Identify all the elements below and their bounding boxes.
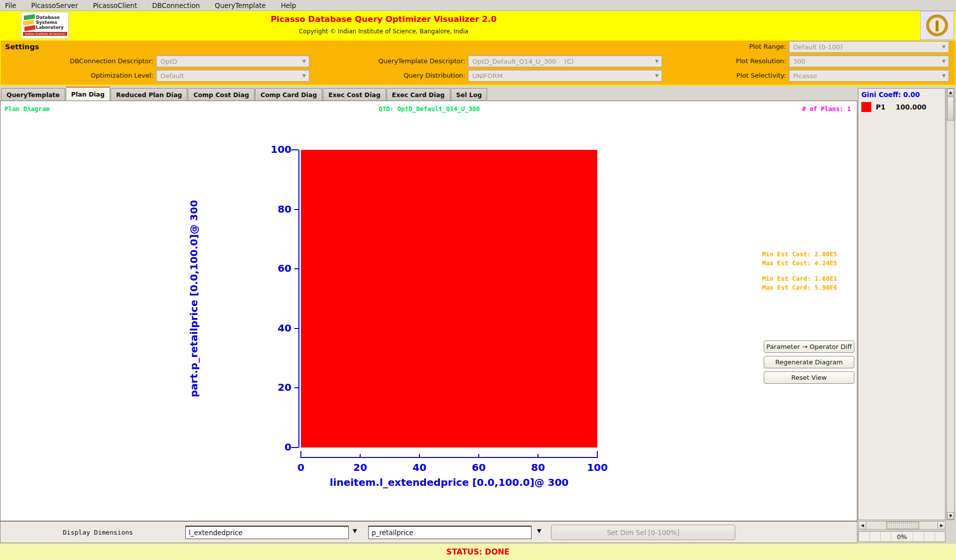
y-axis — [298, 150, 299, 448]
max-est-card: Max Est Card: 5.98E6 — [762, 283, 837, 292]
x-tick — [360, 454, 361, 458]
tab-exec-cost-diag[interactable]: Exec Cost Diag — [323, 88, 386, 101]
dimension1-value: l_extendedprice — [189, 529, 243, 537]
x-axis — [301, 457, 598, 458]
optimization-label: Optimization Level: — [31, 70, 153, 82]
horizontal-scrollbar[interactable]: ◀ ▶ — [858, 521, 946, 530]
chevron-down-icon: ▼ — [942, 73, 946, 78]
scroll-left-icon[interactable]: ◀ — [859, 522, 866, 529]
x-tick-label: 80 — [518, 461, 558, 473]
plan-diagram-plot[interactable] — [301, 150, 597, 448]
legend-entry: P1100.000 — [861, 102, 943, 112]
display-dimensions-bar: Display Dimensions l_extendedprice ▼ p_r… — [0, 521, 857, 543]
y-tick-label: 20 — [262, 381, 291, 393]
estimate-stats: Min Est Cost: 2.00E5 Max Est Cost: 4.24E… — [762, 250, 837, 292]
regenerate-diagram-button[interactable]: Regenerate Diagram — [764, 356, 854, 368]
max-est-cost: Max Est Cost: 4.24E5 — [762, 259, 837, 268]
dimension2-value: p_retailprice — [372, 529, 413, 537]
plot-selectivity-dropdown[interactable]: Picasso ▼ — [789, 70, 949, 82]
diagram-qtd-label: QTD: OptD_Default_Q14_U_300 — [0, 105, 858, 112]
tab-reduced-plan-diag[interactable]: Reduced Plan Diag — [111, 88, 187, 101]
x-tick-label: 40 — [400, 461, 439, 473]
plot-resolution-label: Plot Resolution: — [688, 55, 786, 67]
query-distribution-value: UNIFORM — [472, 72, 655, 80]
dbconnection-value: OptD — [160, 58, 302, 65]
tab-plan-diag[interactable]: Plan Diag — [66, 87, 110, 101]
menu-dbconnection[interactable]: DBConnection — [152, 1, 200, 9]
dimension2-combobox[interactable]: p_retailprice — [368, 526, 532, 539]
x-tick — [300, 451, 301, 458]
querytemplate-dropdown[interactable]: OptD_Default_Q14_U_300 (C) ▼ — [468, 55, 662, 67]
tab-querytemplate[interactable]: QueryTemplate — [1, 88, 65, 101]
dbconnection-dropdown[interactable]: OptD ▼ — [156, 55, 309, 67]
y-tick-label: 40 — [262, 322, 291, 334]
vertical-scrollbar-thumb[interactable] — [947, 97, 954, 120]
vertical-scrollbar[interactable]: ▲ ▼ — [947, 88, 955, 520]
status-bar: STATUS: DONE — [0, 543, 956, 560]
chevron-down-icon: ▼ — [942, 59, 946, 64]
menu-picassoclient[interactable]: PicassoClient — [93, 1, 137, 9]
app-title: Picasso Database Query Optimizer Visuali… — [0, 14, 767, 24]
min-est-cost: Min Est Cost: 2.00E5 — [762, 250, 837, 259]
status-text: STATUS: DONE — [446, 548, 510, 557]
tab-exec-card-diag[interactable]: Exec Card Diag — [387, 88, 450, 101]
menu-querytemplate[interactable]: QueryTemplate — [215, 1, 266, 9]
x-tick-label: 60 — [459, 461, 499, 473]
y-tick — [291, 447, 298, 448]
tab-comp-cost-diag[interactable]: Comp Cost Diag — [188, 88, 255, 101]
chevron-down-icon: ▼ — [302, 73, 306, 78]
scroll-down-icon[interactable]: ▼ — [947, 512, 954, 520]
plot-selectivity-label: Plot Selectivity: — [688, 70, 786, 82]
chevron-down-icon[interactable]: ▼ — [537, 528, 541, 534]
x-tick — [478, 454, 479, 458]
menu-picassoserver[interactable]: PicassoServer — [31, 1, 78, 9]
chevron-down-icon[interactable]: ▼ — [353, 528, 357, 534]
reset-view-button[interactable]: Reset View — [764, 371, 854, 384]
querytemplate-value: OptD_Default_Q14_U_300 (C) — [472, 58, 655, 65]
display-dimensions-label: Display Dimensions — [63, 529, 133, 536]
plot-range-dropdown[interactable]: Default (0-100) ▼ — [789, 41, 949, 53]
y-tick-label: 60 — [262, 262, 291, 274]
progress-bar: 0% — [858, 531, 946, 542]
chevron-down-icon: ▼ — [302, 59, 306, 64]
y-tick — [294, 387, 298, 388]
x-tick — [597, 451, 598, 458]
x-tick-label: 0 — [281, 461, 321, 473]
menu-help[interactable]: Help — [281, 1, 296, 9]
set-dim-sel-button[interactable]: Set Dim Sel [0-100%] — [551, 525, 735, 540]
scroll-right-icon[interactable]: ▶ — [938, 522, 945, 529]
horizontal-scrollbar-thumb[interactable] — [886, 522, 919, 529]
chevron-down-icon: ▼ — [655, 73, 659, 78]
copyright-text: Copyright © Indian Institute of Science,… — [0, 28, 767, 35]
plot-range-value: Default (0-100) — [793, 43, 942, 51]
plot-range-label: Plot Range: — [688, 41, 786, 53]
optimization-dropdown[interactable]: Default ▼ — [156, 70, 309, 82]
iisc-seal-logo — [920, 11, 954, 40]
y-tick-label: 80 — [262, 203, 291, 215]
tab-strip: QueryTemplatePlan DiagReduced Plan DiagC… — [1, 87, 487, 101]
legend-panel: Gini Coeff: 0.00 P1100.000 — [858, 88, 946, 520]
query-distribution-label: Query Distribution: — [325, 70, 465, 82]
x-tick-label: 100 — [577, 461, 617, 473]
chevron-down-icon: ▼ — [655, 59, 659, 64]
tab-comp-card-diag[interactable]: Comp Card Diag — [255, 88, 322, 101]
settings-title: Settings — [5, 43, 39, 51]
scroll-up-icon[interactable]: ▲ — [947, 89, 954, 96]
plot-selectivity-value: Picasso — [793, 72, 942, 80]
y-tick — [294, 328, 298, 329]
menu-file[interactable]: File — [5, 1, 16, 9]
query-distribution-dropdown[interactable]: UNIFORM ▼ — [468, 70, 662, 82]
dimension1-combobox[interactable]: l_extendedprice — [185, 526, 349, 539]
settings-panel: Settings Plot Range: Default (0-100) ▼ D… — [0, 40, 956, 86]
tab-sel-log[interactable]: Sel Log — [451, 88, 488, 101]
menu-bar: FilePicassoServerPicassoClientDBConnecti… — [0, 0, 956, 11]
y-tick-label: 100 — [262, 143, 291, 155]
plan-id: P1 — [876, 103, 896, 111]
x-tick — [538, 454, 539, 458]
plot-resolution-dropdown[interactable]: 300 ▼ — [789, 55, 949, 67]
plot-resolution-value: 300 — [793, 58, 942, 65]
min-est-card: Min Est Card: 1.60E1 — [762, 274, 837, 283]
x-tick — [419, 454, 420, 458]
legend-entries: P1100.000 — [861, 102, 943, 112]
parameter-operator-diff-button[interactable]: Parameter → Operator Diff — [764, 340, 854, 353]
